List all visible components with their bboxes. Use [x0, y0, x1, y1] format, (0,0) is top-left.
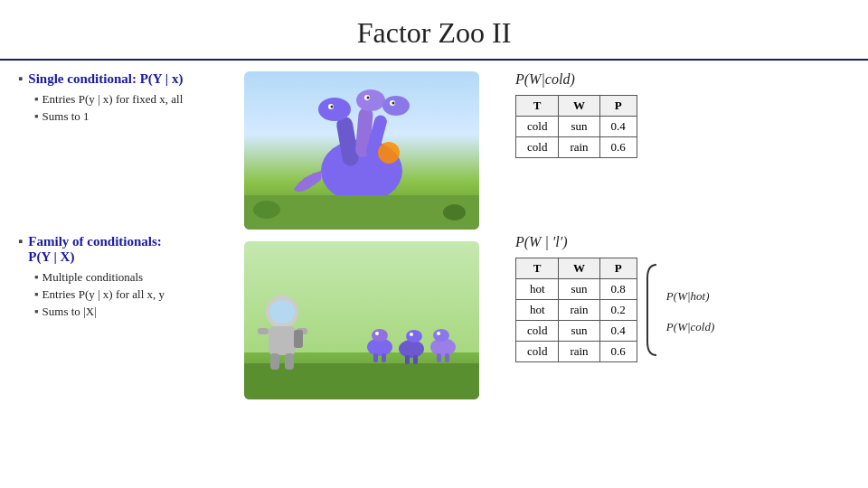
table-cell: 0.4	[599, 117, 637, 137]
svg-rect-21	[270, 353, 279, 370]
table-cell: 0.2	[599, 300, 637, 321]
top-sub-items: ▪ Entries P(y | x) for fixed x, all ▪ Su…	[34, 92, 235, 124]
bottom-sub-item-2: ▪ Entries P(y | x) for all x, y	[34, 287, 235, 302]
top-right-content: P(W|cold) T W P coldsun0.4coldrain0.6	[506, 71, 850, 230]
table-cell: hot	[516, 279, 559, 300]
mini-dinos-svg	[362, 302, 470, 374]
page-title: Factor Zoo II	[0, 0, 868, 59]
svg-point-29	[410, 333, 413, 336]
svg-point-28	[406, 330, 422, 343]
table-cell: sun	[559, 321, 599, 342]
svg-point-2	[318, 98, 351, 121]
svg-rect-35	[405, 355, 410, 364]
top-section: ▪ Single conditional: P(Y | x) ▪ Entries…	[0, 61, 868, 230]
sub-bullet-icon-2: ▪	[34, 109, 39, 124]
svg-rect-22	[285, 353, 294, 370]
top-left-text: ▪ Single conditional: P(Y | x) ▪ Entries…	[18, 71, 235, 230]
table-cell: cold	[516, 321, 559, 342]
sub-bullet-icon: ▪	[34, 92, 39, 107]
bottom-table-group: T W P hotsun0.8hotrain0.2coldsun0.4coldr…	[515, 258, 850, 362]
dino-svg	[289, 80, 434, 207]
svg-point-25	[372, 329, 388, 342]
table-cell: 0.6	[599, 342, 637, 362]
svg-rect-38	[445, 353, 449, 362]
svg-rect-23	[294, 330, 303, 348]
bottom-sub-items: ▪ Multiple conditionals ▪ Entries P(y | …	[34, 270, 235, 319]
svg-rect-19	[258, 328, 269, 334]
svg-point-17	[269, 300, 295, 324]
svg-rect-33	[373, 353, 378, 362]
row-label-cold: P(W|cold)	[666, 320, 714, 334]
bottom-center-image	[244, 234, 497, 399]
svg-point-31	[433, 329, 449, 342]
bottom-sub-bullet-2: ▪	[34, 287, 39, 302]
table-cell: 0.8	[599, 279, 637, 300]
bottom-col-P: P	[599, 258, 637, 279]
table-cell: sun	[559, 117, 599, 137]
top-probability-table: T W P coldsun0.4coldrain0.6	[515, 95, 637, 158]
table-cell: sun	[559, 279, 599, 300]
table-cell: cold	[516, 342, 559, 362]
bottom-section-block: ▪ Family of conditionals: P(Y | X) ▪ Mul…	[18, 234, 235, 319]
bottom-section: ▪ Family of conditionals: P(Y | X) ▪ Mul…	[0, 234, 868, 399]
bottom-sub-bullet-3: ▪	[34, 305, 39, 319]
svg-point-26	[375, 332, 379, 335]
row-label-hot: P(W|hot)	[666, 289, 714, 304]
svg-point-4	[356, 89, 385, 111]
col-header-W: W	[559, 96, 599, 117]
bullet-icon: ▪	[18, 71, 23, 87]
top-formula: P(W|cold)	[515, 71, 575, 88]
center-images	[244, 71, 497, 230]
bottom-sub-item-3: ▪ Sums to |X|	[34, 305, 235, 319]
top-formula-area: P(W|cold) T W P coldsun0.4coldrain0.6	[515, 71, 850, 158]
col-header-P: P	[599, 96, 637, 117]
bottom-sub-item-1: ▪ Multiple conditionals	[34, 270, 235, 285]
sub-item-1: ▪ Entries P(y | x) for fixed x, all	[34, 92, 235, 107]
dino-image-top	[244, 71, 479, 230]
bottom-formula: P(W | 'l')	[515, 234, 850, 250]
bottom-sub-bullet-1: ▪	[34, 270, 39, 285]
table-cell: 0.6	[599, 137, 637, 158]
sub-item-2: ▪ Sums to 1	[34, 109, 235, 124]
svg-rect-36	[413, 355, 418, 364]
svg-point-6	[382, 96, 410, 116]
bottom-bullet-icon: ▪	[18, 234, 23, 249]
svg-point-8	[331, 106, 334, 108]
col-header-T: T	[516, 96, 559, 117]
bottom-section-title: ▪ Family of conditionals: P(Y | X)	[18, 234, 235, 265]
bracket-svg	[643, 260, 661, 360]
top-section-block: ▪ Single conditional: P(Y | x) ▪ Entries…	[18, 71, 235, 124]
bottom-col-T: T	[516, 258, 559, 279]
svg-point-10	[367, 97, 370, 99]
bottom-probability-table: T W P hotsun0.8hotrain0.2coldsun0.4coldr…	[515, 258, 637, 362]
table-cell: 0.4	[599, 321, 637, 342]
table-cell: rain	[559, 342, 599, 362]
spaceman-svg	[258, 296, 307, 377]
table-cell: cold	[516, 117, 559, 137]
svg-point-12	[392, 102, 395, 105]
svg-rect-18	[269, 326, 296, 355]
svg-rect-37	[437, 353, 441, 362]
svg-rect-34	[382, 353, 386, 362]
row-labels: P(W|hot) P(W|cold)	[666, 289, 714, 334]
svg-point-27	[399, 340, 424, 358]
svg-point-13	[378, 142, 400, 164]
top-section-title: ▪ Single conditional: P(Y | x)	[18, 71, 235, 87]
spaceman-scene	[244, 241, 479, 399]
table-cell: rain	[559, 300, 599, 321]
table-cell: hot	[516, 300, 559, 321]
svg-point-32	[437, 332, 440, 335]
table-cell: cold	[516, 137, 559, 158]
bottom-left-text: ▪ Family of conditionals: P(Y | X) ▪ Mul…	[18, 234, 235, 399]
bottom-right-content: P(W | 'l') T W P hotsun0.8hotrain0.2cold…	[506, 234, 850, 399]
table-cell: rain	[559, 137, 599, 158]
bottom-col-W: W	[559, 258, 599, 279]
